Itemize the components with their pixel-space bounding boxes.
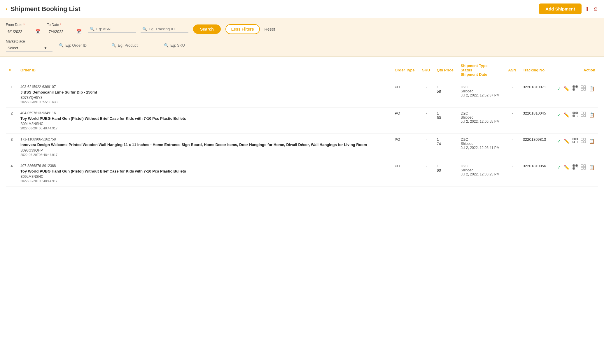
add-shipment-button[interactable]: Add Shipment — [539, 3, 582, 14]
order-sku-code: B093G39QHP — [20, 148, 389, 152]
order-name: Toy World PUBG Hand Gun (Pistol) Without… — [20, 116, 389, 121]
page-title: Shipment Booking List — [10, 5, 80, 13]
shipment-table: # Order ID Order Type SKU Qty Price Ship… — [6, 59, 598, 187]
shipment-type: D2C — [461, 137, 502, 142]
svg-rect-54 — [581, 167, 583, 169]
grid-button[interactable] — [580, 137, 587, 145]
svg-rect-25 — [584, 112, 586, 114]
order-number: 403-6215922-6369107 — [20, 85, 389, 89]
print-icon-button[interactable]: 🖨 — [593, 6, 598, 12]
asn-cell: - — [505, 108, 520, 134]
less-filters-button[interactable]: Less Filters — [225, 24, 260, 34]
svg-rect-31 — [576, 139, 577, 139]
svg-rect-13 — [584, 88, 586, 90]
header-actions: Add Shipment ⬆ 🖨 — [539, 3, 598, 14]
tracking-search-wrap: 🔍 — [141, 26, 188, 33]
product-input[interactable] — [118, 43, 156, 48]
shipment-type: D2C — [461, 164, 502, 168]
filter-area: From Date * 📅 To Date * 📅 — [0, 18, 604, 57]
qty: 1 — [437, 85, 455, 89]
qr-button[interactable] — [572, 164, 578, 171]
grid-button[interactable] — [580, 111, 587, 119]
svg-rect-51 — [577, 169, 577, 169]
action-icons: ✓ ✏️ — [554, 137, 595, 145]
grid-button[interactable] — [580, 85, 587, 92]
order-number: 407-8866876-8912368 — [20, 164, 389, 168]
header: ‹ Shipment Booking List Add Shipment ⬆ 🖨 — [0, 0, 604, 18]
marketplace-select[interactable]: Select — [8, 46, 43, 50]
edit-button[interactable]: ✏️ — [563, 85, 570, 92]
grid-button[interactable] — [580, 164, 587, 171]
qty: 1 — [437, 164, 455, 168]
svg-rect-23 — [577, 116, 577, 117]
document-button[interactable]: 📋 — [588, 112, 595, 118]
qr-button[interactable] — [572, 111, 578, 119]
svg-rect-55 — [584, 167, 586, 169]
sku-cell: - — [419, 108, 434, 134]
shipment-type-status-date-cell: D2C Shipped Jul 2, 2022, 12:06:25 PM — [458, 160, 505, 186]
svg-rect-26 — [581, 115, 583, 117]
svg-rect-50 — [576, 169, 576, 169]
confirm-button[interactable]: ✓ — [556, 112, 561, 118]
filter-row-1: From Date * 📅 To Date * 📅 — [6, 23, 598, 35]
order-type-cell: PO — [392, 108, 419, 134]
back-button[interactable]: ‹ — [6, 6, 8, 12]
asn-input[interactable] — [96, 27, 134, 31]
sku-search-wrap: 🔍 — [162, 42, 210, 49]
price: 58 — [437, 89, 455, 94]
price: 60 — [437, 115, 455, 120]
document-button[interactable]: 📋 — [588, 138, 595, 145]
reset-button[interactable]: Reset — [265, 27, 275, 31]
search-button[interactable]: Search — [193, 24, 221, 34]
upload-icon-button[interactable]: ⬆ — [585, 6, 589, 12]
order-name: Innovera Design Welcome Printed Wooden W… — [20, 142, 389, 147]
shipment-status: Shipped — [461, 89, 502, 93]
svg-rect-15 — [573, 112, 574, 113]
to-date-input[interactable] — [49, 29, 75, 34]
edit-button[interactable]: ✏️ — [563, 112, 570, 118]
confirm-button[interactable]: ✓ — [556, 85, 561, 92]
sku-input[interactable] — [170, 43, 208, 48]
qr-button[interactable] — [572, 85, 578, 92]
svg-rect-34 — [576, 141, 576, 142]
col-hash: # — [6, 59, 17, 81]
product-search-icon: 🔍 — [111, 43, 116, 48]
document-button[interactable]: 📋 — [588, 164, 595, 171]
svg-rect-20 — [576, 115, 576, 115]
document-button[interactable]: 📋 — [588, 85, 595, 92]
svg-rect-5 — [573, 89, 574, 90]
edit-button[interactable]: ✏️ — [563, 164, 570, 171]
svg-rect-24 — [581, 112, 583, 114]
action-icons: ✓ ✏️ — [554, 111, 595, 119]
from-date-input[interactable] — [8, 29, 34, 34]
order-number: 404-0597613-9349116 — [20, 111, 389, 115]
print-icon: 🖨 — [593, 6, 598, 12]
qty-price-cell: 1 58 — [434, 81, 458, 108]
row-num: 3 — [6, 134, 17, 160]
confirm-button[interactable]: ✓ — [556, 164, 561, 171]
row-num: 2 — [6, 108, 17, 134]
action-icons: ✓ ✏️ — [554, 85, 595, 92]
svg-rect-12 — [581, 88, 583, 90]
calendar-icon-from: 📅 — [36, 29, 41, 34]
header-left: ‹ Shipment Booking List — [6, 5, 80, 13]
shipment-status: Shipped — [461, 142, 502, 146]
svg-rect-1 — [573, 86, 574, 87]
confirm-button[interactable]: ✓ — [556, 138, 561, 145]
edit-button[interactable]: ✏️ — [563, 138, 570, 145]
order-id-input[interactable] — [65, 43, 103, 48]
app-container: ‹ Shipment Booking List Add Shipment ⬆ 🖨… — [0, 0, 604, 364]
from-date-input-wrap: 📅 — [6, 28, 42, 35]
tracking-search-icon: 🔍 — [142, 27, 147, 31]
action-cell: ✓ ✏️ — [551, 81, 598, 108]
qty: 1 — [437, 111, 455, 115]
qr-button[interactable] — [572, 137, 578, 145]
svg-rect-43 — [573, 165, 574, 166]
tracking-input[interactable] — [149, 27, 187, 31]
svg-rect-47 — [573, 168, 574, 169]
svg-rect-53 — [584, 165, 586, 167]
order-sku-code: B09LM3NSHC — [20, 175, 389, 179]
to-date-input-wrap: 📅 — [47, 28, 83, 35]
svg-rect-45 — [576, 165, 577, 166]
order-id-cell: 404-0597613-9349116 Toy World PUBG Hand … — [17, 108, 392, 134]
